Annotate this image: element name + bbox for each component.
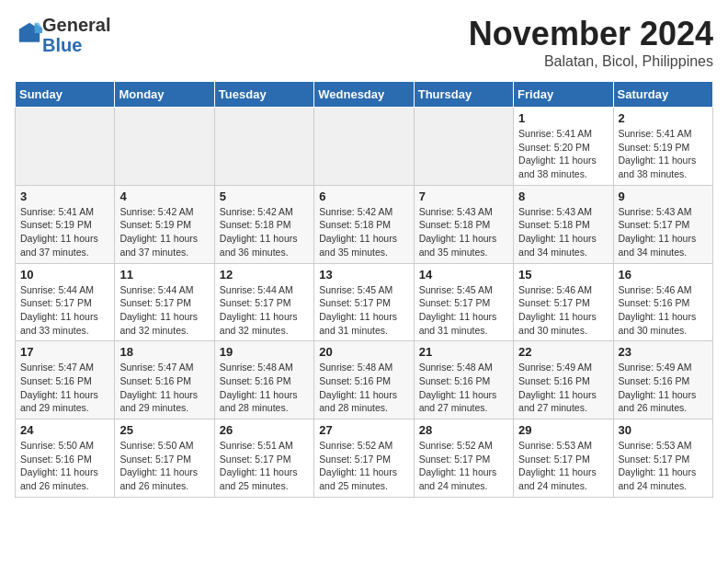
calendar-day-cell: [16, 108, 115, 186]
day-number: 4: [119, 190, 209, 203]
day-info: Sunrise: 5:41 AM Sunset: 5:19 PM Dayligh…: [619, 127, 708, 181]
calendar-week-row: 3Sunrise: 5:41 AM Sunset: 5:19 PM Daylig…: [16, 185, 713, 263]
day-info: Sunrise: 5:48 AM Sunset: 5:16 PM Dayligh…: [419, 361, 508, 415]
day-info: Sunrise: 5:53 AM Sunset: 5:17 PM Dayligh…: [619, 439, 708, 493]
day-number: 14: [419, 268, 508, 282]
calendar-table: SundayMondayTuesdayWednesdayThursdayFrid…: [15, 81, 713, 498]
day-info: Sunrise: 5:49 AM Sunset: 5:16 PM Dayligh…: [518, 361, 608, 415]
calendar-week-row: 1Sunrise: 5:41 AM Sunset: 5:20 PM Daylig…: [16, 108, 713, 186]
calendar-week-row: 24Sunrise: 5:50 AM Sunset: 5:16 PM Dayli…: [16, 419, 713, 498]
calendar-day-cell: 7Sunrise: 5:43 AM Sunset: 5:18 PM Daylig…: [414, 185, 513, 263]
day-info: Sunrise: 5:43 AM Sunset: 5:18 PM Dayligh…: [419, 205, 508, 259]
day-info: Sunrise: 5:49 AM Sunset: 5:16 PM Dayligh…: [619, 361, 708, 415]
calendar-week-row: 17Sunrise: 5:47 AM Sunset: 5:16 PM Dayli…: [16, 341, 713, 419]
day-number: 1: [518, 111, 608, 125]
calendar-day-cell: 30Sunrise: 5:53 AM Sunset: 5:17 PM Dayli…: [613, 419, 712, 498]
day-info: Sunrise: 5:44 AM Sunset: 5:17 PM Dayligh…: [220, 283, 309, 338]
day-number: 16: [619, 268, 708, 282]
day-number: 27: [319, 423, 408, 437]
day-number: 25: [119, 423, 209, 437]
calendar-day-cell: 26Sunrise: 5:51 AM Sunset: 5:17 PM Dayli…: [214, 419, 313, 498]
day-number: 3: [20, 190, 109, 203]
day-info: Sunrise: 5:46 AM Sunset: 5:16 PM Dayligh…: [619, 283, 708, 338]
calendar-header-cell: Sunday: [16, 82, 115, 108]
day-info: Sunrise: 5:44 AM Sunset: 5:17 PM Dayligh…: [20, 283, 109, 338]
calendar-day-cell: 28Sunrise: 5:52 AM Sunset: 5:17 PM Dayli…: [414, 419, 513, 498]
calendar-day-cell: 17Sunrise: 5:47 AM Sunset: 5:16 PM Dayli…: [16, 341, 115, 419]
day-info: Sunrise: 5:47 AM Sunset: 5:16 PM Dayligh…: [20, 361, 109, 415]
day-number: 17: [20, 345, 109, 359]
calendar-day-cell: [414, 108, 513, 186]
day-number: 6: [319, 190, 408, 203]
calendar-day-cell: 1Sunrise: 5:41 AM Sunset: 5:20 PM Daylig…: [514, 108, 613, 186]
logo-blue-text: Blue: [42, 35, 82, 55]
day-number: 30: [619, 423, 708, 437]
calendar-day-cell: 11Sunrise: 5:44 AM Sunset: 5:17 PM Dayli…: [115, 263, 214, 341]
calendar-day-cell: 29Sunrise: 5:53 AM Sunset: 5:17 PM Dayli…: [514, 419, 613, 498]
calendar-day-cell: 3Sunrise: 5:41 AM Sunset: 5:19 PM Daylig…: [16, 185, 115, 263]
calendar-day-cell: 4Sunrise: 5:42 AM Sunset: 5:19 PM Daylig…: [115, 185, 214, 263]
logo: General Blue: [15, 15, 110, 55]
calendar-day-cell: 12Sunrise: 5:44 AM Sunset: 5:17 PM Dayli…: [214, 263, 313, 341]
day-number: 23: [619, 345, 708, 359]
day-info: Sunrise: 5:50 AM Sunset: 5:16 PM Dayligh…: [20, 439, 109, 493]
day-number: 29: [518, 423, 608, 437]
day-number: 22: [518, 345, 608, 359]
day-info: Sunrise: 5:47 AM Sunset: 5:16 PM Dayligh…: [119, 361, 209, 415]
day-info: Sunrise: 5:52 AM Sunset: 5:17 PM Dayligh…: [419, 439, 508, 493]
calendar-header-cell: Friday: [514, 82, 613, 108]
calendar-day-cell: 10Sunrise: 5:44 AM Sunset: 5:17 PM Dayli…: [16, 263, 115, 341]
day-info: Sunrise: 5:45 AM Sunset: 5:17 PM Dayligh…: [319, 283, 408, 338]
calendar-day-cell: 27Sunrise: 5:52 AM Sunset: 5:17 PM Dayli…: [314, 419, 414, 498]
day-info: Sunrise: 5:52 AM Sunset: 5:17 PM Dayligh…: [319, 439, 408, 493]
calendar-day-cell: 16Sunrise: 5:46 AM Sunset: 5:16 PM Dayli…: [613, 263, 712, 341]
day-info: Sunrise: 5:48 AM Sunset: 5:16 PM Dayligh…: [220, 361, 309, 415]
calendar-day-cell: 13Sunrise: 5:45 AM Sunset: 5:17 PM Dayli…: [314, 263, 414, 341]
calendar-day-cell: 25Sunrise: 5:50 AM Sunset: 5:17 PM Dayli…: [115, 419, 214, 498]
calendar-day-cell: 9Sunrise: 5:43 AM Sunset: 5:17 PM Daylig…: [613, 185, 712, 263]
calendar-day-cell: 22Sunrise: 5:49 AM Sunset: 5:16 PM Dayli…: [514, 341, 613, 419]
calendar-body: 1Sunrise: 5:41 AM Sunset: 5:20 PM Daylig…: [16, 108, 713, 498]
day-info: Sunrise: 5:42 AM Sunset: 5:19 PM Dayligh…: [119, 205, 209, 259]
day-number: 8: [518, 190, 608, 203]
calendar-day-cell: 20Sunrise: 5:48 AM Sunset: 5:16 PM Dayli…: [314, 341, 414, 419]
calendar-day-cell: 2Sunrise: 5:41 AM Sunset: 5:19 PM Daylig…: [613, 108, 712, 186]
calendar-day-cell: 5Sunrise: 5:42 AM Sunset: 5:18 PM Daylig…: [214, 185, 313, 263]
calendar-week-row: 10Sunrise: 5:44 AM Sunset: 5:17 PM Dayli…: [16, 263, 713, 341]
day-number: 13: [319, 268, 408, 282]
day-number: 5: [220, 190, 309, 203]
calendar-day-cell: 24Sunrise: 5:50 AM Sunset: 5:16 PM Dayli…: [16, 419, 115, 498]
day-number: 7: [419, 190, 508, 203]
day-number: 9: [619, 190, 708, 203]
calendar-header-cell: Tuesday: [214, 82, 313, 108]
calendar-day-cell: 15Sunrise: 5:46 AM Sunset: 5:17 PM Dayli…: [514, 263, 613, 341]
day-number: 15: [518, 268, 608, 282]
calendar-day-cell: 14Sunrise: 5:45 AM Sunset: 5:17 PM Dayli…: [414, 263, 513, 341]
day-number: 18: [119, 345, 209, 359]
day-number: 12: [220, 268, 309, 282]
day-info: Sunrise: 5:53 AM Sunset: 5:17 PM Dayligh…: [518, 439, 608, 493]
calendar-day-cell: [314, 108, 414, 186]
day-number: 24: [20, 423, 109, 437]
day-number: 11: [119, 268, 209, 282]
calendar-day-cell: 18Sunrise: 5:47 AM Sunset: 5:16 PM Dayli…: [115, 341, 214, 419]
day-number: 28: [419, 423, 508, 437]
day-info: Sunrise: 5:45 AM Sunset: 5:17 PM Dayligh…: [419, 283, 508, 338]
calendar-header-cell: Saturday: [613, 82, 712, 108]
calendar-header-row: SundayMondayTuesdayWednesdayThursdayFrid…: [16, 82, 713, 108]
day-number: 21: [419, 345, 508, 359]
month-title: November 2024: [469, 15, 713, 53]
day-info: Sunrise: 5:43 AM Sunset: 5:17 PM Dayligh…: [619, 205, 708, 259]
page-header: General Blue November 2024 Balatan, Bico…: [15, 15, 713, 70]
logo-icon: [17, 20, 42, 46]
calendar-day-cell: [115, 108, 214, 186]
calendar-day-cell: 6Sunrise: 5:42 AM Sunset: 5:18 PM Daylig…: [314, 185, 414, 263]
day-info: Sunrise: 5:41 AM Sunset: 5:19 PM Dayligh…: [20, 205, 109, 259]
calendar-header-cell: Thursday: [414, 82, 513, 108]
day-info: Sunrise: 5:51 AM Sunset: 5:17 PM Dayligh…: [220, 439, 309, 493]
day-info: Sunrise: 5:44 AM Sunset: 5:17 PM Dayligh…: [119, 283, 209, 338]
title-block: November 2024 Balatan, Bicol, Philippine…: [469, 15, 713, 70]
logo-general-text: General: [42, 15, 110, 35]
day-number: 10: [20, 268, 109, 282]
calendar-header-cell: Wednesday: [314, 82, 414, 108]
